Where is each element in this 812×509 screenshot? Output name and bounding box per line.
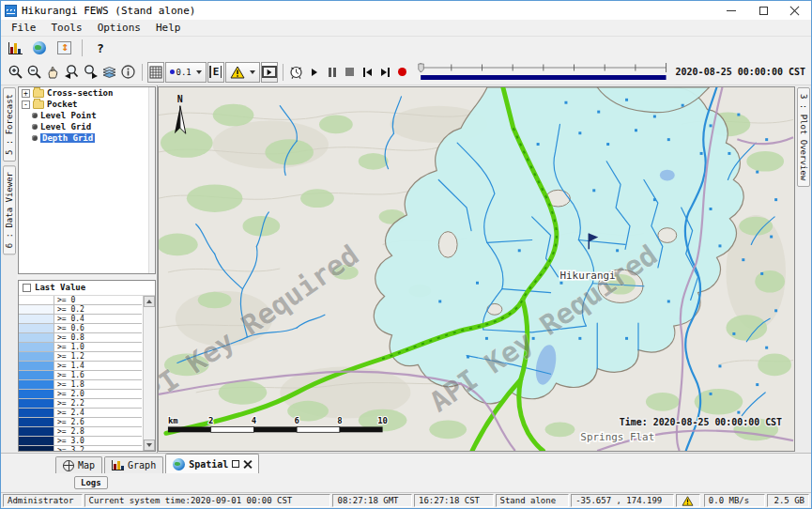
tree-scrollbar[interactable]: [148, 87, 155, 273]
legend-row[interactable]: >= 2.0: [19, 390, 142, 399]
info-button[interactable]: [119, 62, 137, 83]
memory-label: 2.5 GB: [774, 496, 805, 505]
stop-button[interactable]: [342, 62, 359, 83]
expander-icon[interactable]: +: [22, 89, 30, 98]
last-value-checkbox[interactable]: [23, 284, 31, 292]
folder-icon: [33, 89, 44, 98]
bottom-tab-bar: MapGraphSpatial: [1, 453, 811, 473]
legend-row[interactable]: >= 0.8: [19, 333, 142, 343]
time-slider[interactable]: [418, 62, 669, 83]
close-button[interactable]: [779, 1, 811, 20]
restore-icon[interactable]: [232, 460, 239, 468]
spatial-display-button[interactable]: ↕: [54, 38, 74, 58]
legend-row[interactable]: >= 2.8: [19, 427, 142, 437]
tab-graph[interactable]: Graph: [104, 456, 163, 473]
left-tab-6-data-viewer[interactable]: 6 : Data Viewer: [3, 165, 16, 254]
bar-chart-icon: [112, 460, 124, 470]
legend-row[interactable]: >= 0: [19, 296, 142, 305]
panel-splitter[interactable]: [17, 275, 157, 279]
legend-row[interactable]: >= 2.2: [19, 399, 142, 409]
legend-row[interactable]: >= 0.4: [19, 315, 142, 324]
title-bar: Hikurangi FEWS (Stand alone): [1, 1, 811, 20]
zoom-previous-button[interactable]: [63, 62, 81, 83]
layers-button[interactable]: [100, 62, 118, 83]
legend-row[interactable]: >= 3.0: [19, 437, 142, 446]
scale-unit-label: km: [168, 416, 178, 425]
tree-item-label: Level Grid: [40, 122, 91, 131]
scroll-down-button[interactable]: [144, 440, 155, 451]
tab-label: Spatial: [189, 459, 228, 470]
zoom-out-button[interactable]: [25, 62, 43, 83]
legend-row[interactable]: >= 1.8: [19, 380, 142, 390]
north-arrow-icon: N: [175, 94, 186, 133]
legend-label: >= 1.6: [54, 371, 84, 379]
tree-list: +Cross-section-PocketLevel PointLevel Gr…: [19, 87, 155, 144]
legend-scrollbar[interactable]: [143, 296, 155, 451]
legend-row[interactable]: >= 0.2: [19, 305, 142, 315]
menu-help[interactable]: Help: [149, 21, 188, 35]
menu-options[interactable]: Options: [91, 21, 147, 35]
zoom-next-button[interactable]: [82, 62, 100, 83]
legend-button[interactable]: E: [207, 62, 224, 83]
threshold-dropdown[interactable]: 0.1: [165, 62, 207, 83]
warning-icon: [230, 66, 245, 79]
pan-button[interactable]: [44, 62, 62, 83]
grid-display-button[interactable]: [147, 62, 164, 83]
left-tab-5-forecast[interactable]: 5 : Forecast: [3, 87, 16, 162]
status-warning-cell[interactable]: [676, 494, 700, 507]
tab-map[interactable]: Map: [55, 456, 102, 473]
map-canvas[interactable]: API Key Required API Key Required Hikura…: [158, 86, 795, 452]
scroll-up-button[interactable]: [144, 296, 155, 307]
tree-item-cross-section[interactable]: +Cross-section: [19, 87, 155, 99]
menu-tools[interactable]: Tools: [45, 21, 89, 35]
thresholds-warning-dropdown[interactable]: [225, 62, 260, 83]
movie-icon: [262, 66, 277, 78]
animation-button[interactable]: [261, 62, 278, 83]
legend-swatch: [19, 343, 54, 351]
tree-item-level-point[interactable]: Level Point: [19, 110, 155, 121]
legend-rows: >= 0>= 0.2>= 0.4>= 0.6>= 0.8>= 1.0>= 1.2…: [19, 296, 142, 451]
tree-item-depth-grid[interactable]: Depth Grid: [19, 132, 155, 144]
tree-item-pocket[interactable]: -Pocket: [19, 99, 155, 110]
animation-settings-button[interactable]: [287, 62, 305, 83]
step-forward-button[interactable]: [376, 62, 393, 83]
tab-spatial[interactable]: Spatial: [165, 454, 259, 473]
legend-header: Last Value: [19, 281, 155, 296]
close-icon[interactable]: [243, 460, 252, 469]
legend-swatch: [19, 324, 54, 332]
legend-row[interactable]: >= 1.2: [19, 352, 142, 362]
skip-to-end-icon: [381, 68, 390, 77]
slider-handle[interactable]: [419, 64, 424, 72]
expander-icon[interactable]: -: [22, 100, 30, 109]
threshold-value: 0.1: [176, 68, 192, 77]
legend-row[interactable]: >= 1.0: [19, 343, 142, 352]
legend-swatch: [19, 380, 54, 389]
spatial-chart-icon: ↕: [57, 41, 71, 54]
menu-file[interactable]: File: [5, 21, 43, 35]
map-display-button[interactable]: [29, 38, 50, 58]
pause-button[interactable]: [324, 62, 341, 83]
legend-row[interactable]: >= 1.6: [19, 371, 142, 380]
legend-row[interactable]: >= 1.4: [19, 362, 142, 371]
legend-row[interactable]: >= 2.4: [19, 409, 142, 418]
legend-row[interactable]: >= 2.6: [19, 418, 142, 427]
step-back-button[interactable]: [360, 62, 376, 83]
zoom-in-button[interactable]: [7, 62, 24, 83]
help-button[interactable]: ?: [90, 38, 111, 58]
legend-swatch: [19, 333, 54, 342]
legend-row[interactable]: >= 0.6: [19, 324, 142, 333]
logs-tab[interactable]: Logs: [74, 476, 108, 489]
town-label: Hikurangi: [559, 270, 615, 282]
legend-swatch: [19, 296, 54, 304]
play-button[interactable]: [306, 62, 323, 83]
tree-item-level-grid[interactable]: Level Grid: [19, 121, 155, 132]
zoom-out-icon: [26, 64, 42, 80]
legend-row[interactable]: >= 3.2: [19, 446, 142, 451]
maximize-button[interactable]: [747, 1, 779, 20]
forecast-manager-button[interactable]: [5, 38, 25, 58]
right-tab-3-plot-overview[interactable]: 3 : Plot Overview: [797, 87, 810, 187]
legend-label: >= 3.2: [54, 446, 84, 451]
record-button[interactable]: [394, 62, 411, 83]
minimize-button[interactable]: [715, 1, 747, 20]
legend-swatch: [19, 427, 54, 436]
